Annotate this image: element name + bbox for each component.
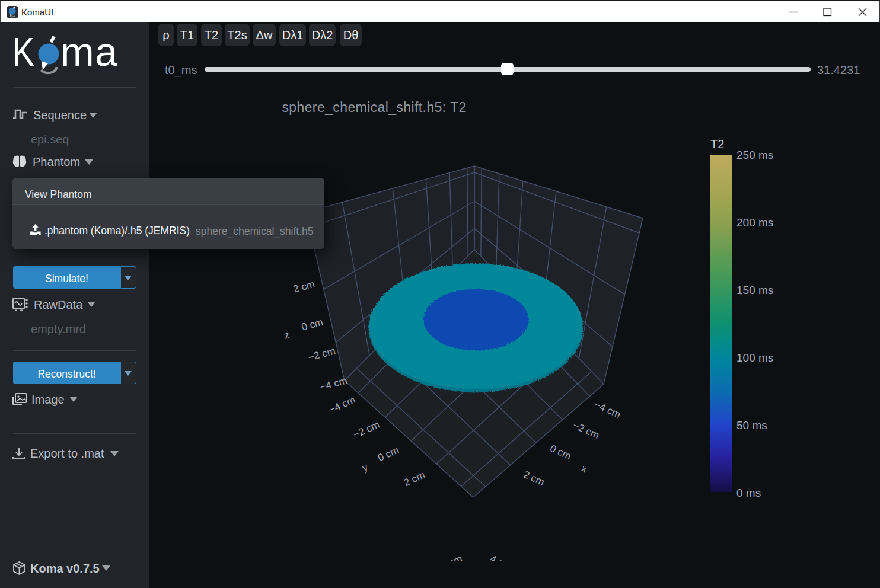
svg-text:−4 cm: −4 cm [592, 399, 622, 420]
svg-text:2 cm: 2 cm [292, 279, 316, 295]
svg-text:−2 cm: −2 cm [352, 419, 381, 440]
svg-text:−2 cm: −2 cm [307, 345, 337, 363]
svg-text:2 cm: 2 cm [522, 469, 546, 488]
svg-text:−4 cm: −4 cm [327, 394, 357, 416]
svg-text:0 ms: 0 ms [736, 487, 761, 499]
svg-text:250 ms: 250 ms [736, 149, 773, 161]
svg-text:sphere_chemical_shift.h5: T2: sphere_chemical_shift.h5: T2 [282, 100, 466, 115]
svg-text:50 ms: 50 ms [736, 419, 767, 432]
svg-text:200 ms: 200 ms [736, 216, 773, 229]
svg-text:4 cm: 4 cm [439, 553, 464, 572]
svg-text:4 cm: 4 cm [489, 553, 513, 572]
svg-text:−2 cm: −2 cm [571, 420, 601, 441]
svg-text:100 ms: 100 ms [736, 351, 773, 364]
svg-text:z: z [283, 329, 291, 341]
svg-text:0 cm: 0 cm [549, 443, 573, 462]
svg-text:T2: T2 [710, 138, 724, 151]
svg-text:150 ms: 150 ms [736, 284, 773, 296]
svg-text:−4 cm: −4 cm [319, 375, 349, 392]
svg-text:0 cm: 0 cm [376, 445, 400, 464]
svg-text:2 cm: 2 cm [402, 469, 426, 488]
svg-text:x: x [579, 463, 589, 475]
svg-text:0 cm: 0 cm [300, 317, 324, 333]
svg-text:y: y [361, 461, 370, 474]
